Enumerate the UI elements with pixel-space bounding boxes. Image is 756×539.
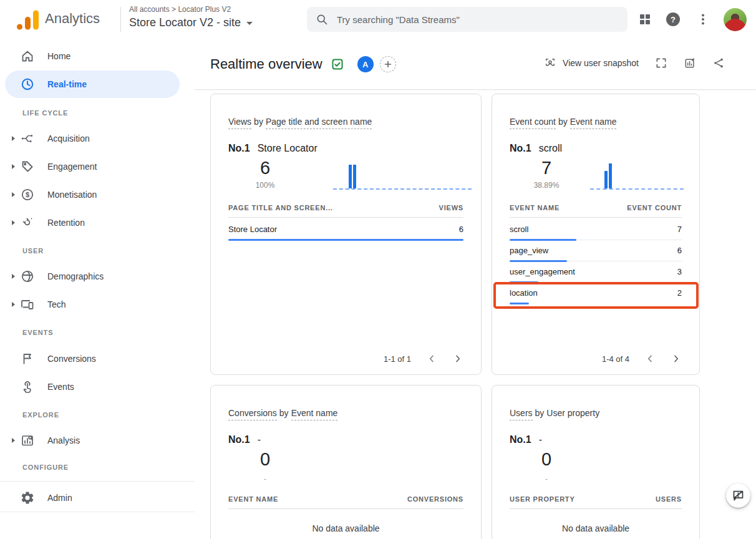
row-value-bar (510, 239, 576, 241)
table-row: scroll 7 (510, 219, 682, 240)
no-data-message: No data available (211, 523, 481, 533)
apps-grid-icon[interactable] (637, 12, 652, 27)
metric-selector[interactable]: Conversions (228, 408, 277, 420)
avatar[interactable] (724, 8, 747, 31)
metric-value: 0 (525, 449, 568, 469)
home-icon (20, 49, 35, 64)
tag-icon (20, 159, 35, 174)
expand-caret-icon (12, 302, 15, 307)
analytics-logo-icon[interactable] (16, 9, 40, 31)
pagination: 1-1 of 1 (384, 353, 463, 364)
expand-caret-icon (12, 192, 15, 197)
pagination-range: 1-4 of 4 (602, 354, 629, 364)
metric-summary: 0 - (525, 449, 568, 483)
sidebar-item-analysis[interactable]: Analysis (0, 427, 195, 454)
clock-icon (20, 77, 35, 92)
table-header-rule (228, 217, 463, 218)
previous-page-icon[interactable] (644, 353, 656, 364)
sidebar-item-label: Demographics (47, 271, 104, 281)
search-bar[interactable] (307, 7, 628, 32)
metric-percent: - (525, 475, 568, 483)
previous-page-icon[interactable] (426, 353, 437, 364)
sidebar-item-tech[interactable]: Tech (0, 291, 195, 318)
next-page-icon[interactable] (671, 353, 682, 364)
fullscreen-icon[interactable] (655, 57, 667, 69)
search-input[interactable] (336, 14, 619, 26)
sidebar-item-monetisation[interactable]: $ Monetisation (0, 181, 195, 208)
sparkline-chart (590, 160, 684, 190)
table-row: location 2 (510, 283, 682, 304)
topbar-divider (120, 7, 121, 32)
row-value-bar (510, 281, 538, 283)
metric-value: 6 (243, 158, 287, 178)
sidebar-item-label: Analysis (47, 435, 80, 445)
sidebar-item-events[interactable]: Events (0, 373, 195, 401)
comparison-badge[interactable]: A (357, 56, 374, 72)
property-selector[interactable]: Store Locator V2 - site (129, 16, 253, 29)
top-app-bar: Analytics All accounts > Locator Plus V2… (0, 0, 756, 39)
top-entry-value: Store Locator (258, 143, 317, 154)
sidebar-item-label: Conversions (47, 354, 96, 364)
customize-report-icon[interactable] (684, 57, 696, 69)
table-header-rule (510, 217, 682, 218)
header-divider (195, 89, 756, 90)
card-title: Event countbyEvent name (510, 117, 616, 127)
row-value-bar (510, 260, 567, 262)
more-vert-icon[interactable] (695, 12, 710, 27)
row-value-bar (510, 303, 529, 304)
dimension-selector[interactable]: Page title and screen name (266, 117, 372, 129)
sparkline-chart (333, 160, 472, 190)
top-entry-value: - (258, 434, 261, 445)
sidebar-item-retention[interactable]: Retention (0, 209, 195, 236)
table-row: user_engagement 3 (510, 261, 682, 283)
sidebar-item-label: Admin (47, 493, 72, 503)
dimension-column-header: PAGE TITLE AND SCREEN... (228, 204, 333, 211)
metric-selector[interactable]: Users (510, 408, 533, 420)
sidebar-item-label: Retention (47, 218, 85, 228)
add-comparison-button[interactable] (380, 56, 396, 72)
breadcrumb[interactable]: All accounts > Locator Plus V2 (129, 5, 231, 14)
user-snapshot-icon (544, 57, 556, 69)
no-data-message: No data available (492, 523, 699, 533)
card-conversions-by-event-name: ConversionsbyEvent name No.1 - 0 - EVENT… (210, 385, 482, 539)
table-header-rule (228, 508, 463, 509)
table-header-rule (510, 508, 682, 509)
sidebar-item-demographics[interactable]: Demographics (0, 263, 195, 290)
metric-percent: 100% (243, 181, 287, 190)
report-valid-check-icon (331, 58, 344, 70)
table-header: PAGE TITLE AND SCREEN... VIEWS (228, 204, 463, 211)
card-event-count-by-event-name: Event countbyEvent name No.1 scroll 7 38… (492, 94, 700, 375)
sidebar-item-realtime[interactable]: Real-time (0, 70, 195, 98)
metric-selector[interactable]: Event count (510, 117, 556, 129)
dimension-selector[interactable]: Event name (570, 117, 617, 129)
expand-caret-icon (12, 164, 15, 169)
metric-selector[interactable]: Views (228, 117, 251, 129)
feedback-button[interactable] (726, 483, 750, 508)
sidebar-item-admin[interactable]: Admin (0, 484, 195, 512)
top-entry-value: - (539, 434, 542, 445)
sidebar-section-configure: CONFIGURE (22, 464, 69, 471)
sidebar-item-conversions[interactable]: Conversions (0, 345, 195, 372)
next-page-icon[interactable] (452, 353, 463, 364)
sidebar-item-label: Events (47, 382, 74, 392)
analysis-chart-icon (20, 433, 35, 448)
magnet-icon (20, 215, 35, 230)
share-icon[interactable] (712, 57, 725, 69)
acquisition-icon (20, 131, 35, 146)
table-header: EVENT NAME CONVERSIONS (228, 495, 463, 503)
card-title: ConversionsbyEvent name (228, 408, 337, 418)
svg-text:$: $ (26, 191, 29, 198)
dimension-selector[interactable]: Event name (291, 408, 338, 420)
sidebar-item-engagement[interactable]: Engagement (0, 153, 195, 180)
view-user-snapshot-button[interactable]: View user snapshot (544, 57, 639, 69)
property-name: Store Locator V2 - site (129, 16, 241, 29)
sidebar-item-home[interactable]: Home (0, 42, 195, 70)
sidebar-item-label: Tech (47, 299, 66, 309)
top-entry: No.1 scroll (510, 143, 562, 154)
table-header: USER PROPERTY USERS (510, 495, 682, 503)
sidebar-item-acquisition[interactable]: Acquisition (0, 125, 195, 152)
help-icon[interactable]: ? (666, 12, 680, 26)
metric-column-header: VIEWS (439, 204, 463, 211)
flag-icon (20, 351, 35, 366)
spark-bar (609, 163, 612, 188)
